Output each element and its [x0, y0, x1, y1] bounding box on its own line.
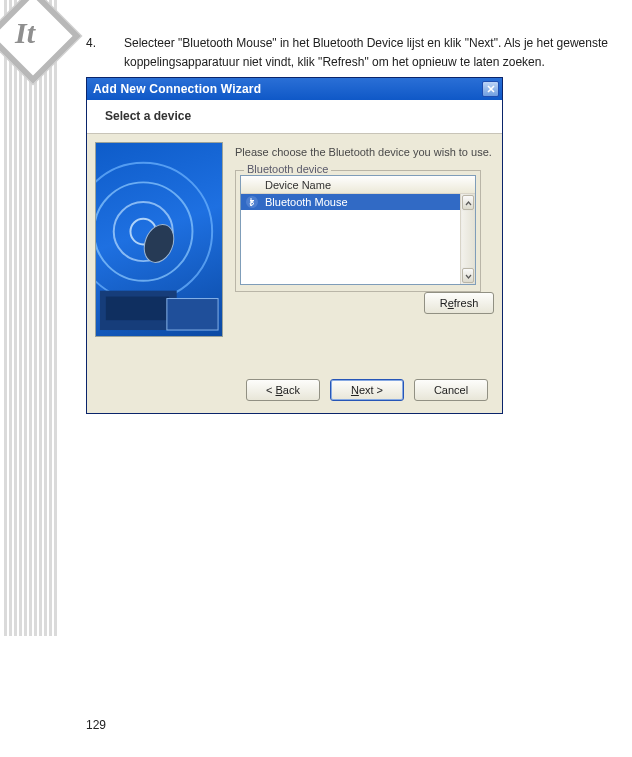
list-header[interactable]: Device Name — [241, 176, 475, 194]
svg-rect-7 — [106, 297, 169, 321]
close-button[interactable] — [482, 81, 499, 97]
step-4: 4. Selecteer "Bluetooth Mouse" in het Bl… — [86, 34, 616, 71]
chevron-up-icon — [465, 197, 472, 209]
dialog-title: Add New Connection Wizard — [93, 82, 261, 96]
scroll-track[interactable] — [462, 211, 474, 267]
refresh-button[interactable]: Refresh — [424, 292, 494, 314]
left-decor: It — [0, 0, 80, 636]
step-text: Selecteer "Bluetooth Mouse" in het Bluet… — [124, 34, 616, 71]
scroll-up-button[interactable] — [462, 195, 474, 210]
device-listbox[interactable]: Device Name Bluetooth Mouse — [240, 175, 476, 285]
svg-point-1 — [96, 183, 192, 281]
back-label: < Back — [266, 384, 300, 396]
list-scrollbar[interactable] — [460, 194, 475, 284]
cancel-button[interactable]: Cancel — [414, 379, 488, 401]
device-groupbox: Bluetooth device Device Name Bluetoot — [235, 170, 481, 292]
next-button[interactable]: Next > — [330, 379, 404, 401]
diamond-label: It — [0, 18, 55, 48]
chevron-down-icon — [465, 270, 472, 282]
titlebar: Add New Connection Wizard — [87, 78, 502, 100]
step-number: 4. — [86, 34, 100, 71]
cancel-label: Cancel — [434, 384, 468, 396]
next-label: Next > — [351, 384, 383, 396]
scroll-down-button[interactable] — [462, 268, 474, 283]
page-number: 129 — [86, 718, 106, 732]
close-icon — [487, 82, 495, 96]
diamond-badge: It — [0, 0, 85, 120]
list-item-label: Bluetooth Mouse — [265, 196, 348, 208]
wizard-dialog: Add New Connection Wizard Select a devic… — [86, 77, 503, 414]
dialog-instruction: Please choose the Bluetooth device you w… — [235, 146, 494, 158]
back-button[interactable]: < Back — [246, 379, 320, 401]
group-legend: Bluetooth device — [244, 163, 331, 175]
list-item-selected[interactable]: Bluetooth Mouse — [241, 194, 460, 210]
dialog-subheader: Select a device — [87, 100, 502, 134]
svg-rect-8 — [167, 299, 218, 331]
wizard-illustration — [95, 142, 223, 337]
bluetooth-device-icon — [245, 195, 259, 209]
refresh-label: Refresh — [440, 297, 479, 309]
